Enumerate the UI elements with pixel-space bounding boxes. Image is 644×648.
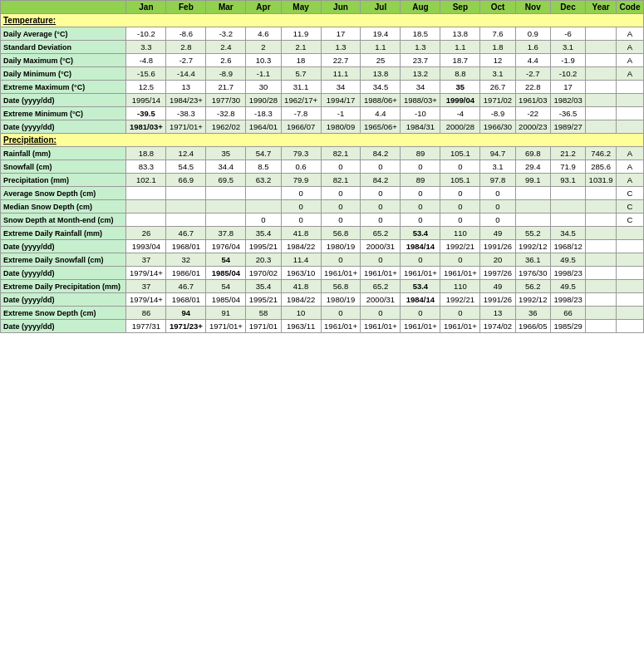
data-cell: 0 <box>440 200 480 214</box>
data-cell: 0 <box>281 187 321 200</box>
row-label: Date (yyyy/dd) <box>1 320 126 333</box>
data-cell: 18.7 <box>440 54 480 67</box>
data-cell: 1997/26 <box>480 267 515 280</box>
data-cell: C <box>617 200 644 214</box>
data-cell: 1.6 <box>515 41 550 54</box>
data-cell: -10.2 <box>550 67 585 81</box>
row-label: Precipitation (mm) <box>1 174 126 187</box>
data-cell: -4 <box>440 107 480 120</box>
data-cell: 91 <box>206 307 246 320</box>
data-cell: 0.9 <box>515 27 550 41</box>
data-cell: 56.2 <box>515 280 550 293</box>
data-cell <box>617 120 644 134</box>
data-cell: 0 <box>246 214 281 227</box>
data-cell: 18.8 <box>126 147 166 160</box>
data-cell: 1982/03 <box>550 94 585 107</box>
data-cell: 1984/31 <box>401 120 440 134</box>
data-cell: 1977/30 <box>206 94 246 107</box>
data-cell: 2000/31 <box>361 293 401 307</box>
data-cell: 2 <box>246 41 281 54</box>
data-cell: C <box>617 187 644 200</box>
data-cell <box>515 187 550 200</box>
column-header-code: Code <box>617 1 644 14</box>
column-header-nov: Nov <box>515 1 550 14</box>
data-cell: 41.8 <box>281 280 321 293</box>
data-cell <box>586 293 617 307</box>
section-header: Temperature: <box>1 14 644 27</box>
data-cell: 1980/09 <box>321 120 361 134</box>
data-cell <box>586 214 617 227</box>
data-cell: 1971/02 <box>480 94 515 107</box>
data-cell: 7.6 <box>480 27 515 41</box>
data-cell: 1.1 <box>440 41 480 54</box>
data-cell: 1971/01+ <box>166 120 206 134</box>
data-cell: 35 <box>206 147 246 160</box>
data-cell: 4.6 <box>246 27 281 41</box>
data-cell: 54.5 <box>166 160 206 174</box>
data-cell: -10 <box>401 107 440 120</box>
data-cell <box>617 293 644 307</box>
data-cell: 11.9 <box>281 27 321 41</box>
data-cell <box>586 253 617 267</box>
data-cell: 25 <box>361 54 401 67</box>
data-cell: 1963/11 <box>281 320 321 333</box>
data-cell: -38.3 <box>166 107 206 120</box>
data-cell: 105.1 <box>440 174 480 187</box>
data-cell: 1980/19 <box>321 240 361 253</box>
data-cell: 1980/19 <box>321 293 361 307</box>
data-cell: 0 <box>401 253 440 267</box>
row-label: Standard Deviation <box>1 41 126 54</box>
data-cell: 1.8 <box>480 41 515 54</box>
data-cell: 1961/03 <box>515 94 550 107</box>
data-cell: 41.8 <box>281 227 321 240</box>
data-cell <box>206 200 246 214</box>
data-cell: 0 <box>361 253 401 267</box>
data-cell: 1031.9 <box>586 174 617 187</box>
row-label: Extreme Maximum (°C) <box>1 81 126 94</box>
data-cell <box>206 187 246 200</box>
data-cell <box>166 187 206 200</box>
data-cell: 84.2 <box>361 147 401 160</box>
data-cell: 79.3 <box>281 147 321 160</box>
data-cell: 99.1 <box>515 174 550 187</box>
data-cell: 54.7 <box>246 147 281 160</box>
data-cell <box>126 187 166 200</box>
data-cell: 1970/02 <box>246 267 281 280</box>
row-label: Extreme Daily Precipitation (mm) <box>1 280 126 293</box>
data-cell: 37.8 <box>206 227 246 240</box>
data-cell <box>617 307 644 320</box>
data-cell: 53.4 <box>401 280 440 293</box>
data-cell <box>550 214 585 227</box>
data-cell: 0 <box>281 200 321 214</box>
column-header-jun: Jun <box>321 1 361 14</box>
data-cell: 110 <box>440 227 480 240</box>
data-cell: 66 <box>550 307 585 320</box>
row-label: Date (yyyy/dd) <box>1 240 126 253</box>
data-cell <box>126 214 166 227</box>
data-cell: 35.4 <box>246 227 281 240</box>
data-cell: 1995/14 <box>126 94 166 107</box>
data-cell: 1988/06+ <box>361 94 401 107</box>
data-cell: -8.6 <box>166 27 206 41</box>
data-cell: 1977/31 <box>126 320 166 333</box>
data-cell: 54 <box>206 280 246 293</box>
data-cell: 20.3 <box>246 253 281 267</box>
data-cell: 1992/12 <box>515 293 550 307</box>
data-cell: 49.5 <box>550 253 585 267</box>
data-cell: 2000/23 <box>515 120 550 134</box>
data-cell: 21.7 <box>206 81 246 94</box>
data-cell: 1984/23+ <box>166 94 206 107</box>
data-cell: 1966/30 <box>480 120 515 134</box>
data-cell <box>617 240 644 253</box>
data-cell: -15.6 <box>126 67 166 81</box>
row-label: Snowfall (cm) <box>1 160 126 174</box>
data-cell: 94.7 <box>480 147 515 160</box>
data-cell: 13 <box>166 81 206 94</box>
data-cell <box>550 187 585 200</box>
data-cell <box>586 307 617 320</box>
data-cell <box>515 214 550 227</box>
data-cell: 1979/14+ <box>126 293 166 307</box>
data-cell: 0 <box>401 200 440 214</box>
column-header-apr: Apr <box>246 1 281 14</box>
data-cell: -8.9 <box>206 67 246 81</box>
